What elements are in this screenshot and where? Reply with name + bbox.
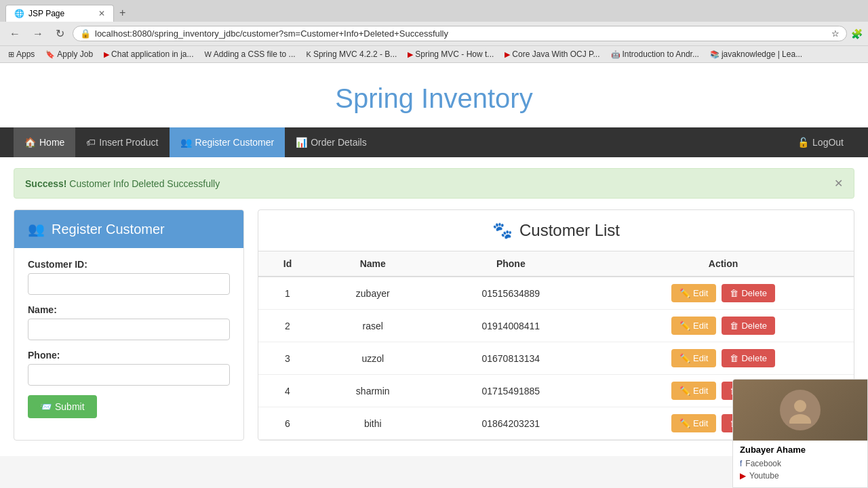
delete-button[interactable]: 🗑 Delete xyxy=(722,349,775,367)
tab-title: JSP Page xyxy=(28,9,64,18)
svg-point-1 xyxy=(789,414,811,424)
bookmark-android[interactable]: 🤖 Introduction to Andr... xyxy=(608,49,702,60)
tab-close-button[interactable]: ✕ xyxy=(98,9,105,18)
back-button[interactable]: ← xyxy=(5,26,24,41)
delete-button[interactable]: 🗑 Delete xyxy=(722,284,775,302)
name-group: Name: xyxy=(28,304,230,340)
apps-icon: ⊞ xyxy=(8,50,14,59)
users-icon: 👥 xyxy=(180,137,192,148)
edit-icon: ✏️ xyxy=(679,321,690,331)
cell-name: rasel xyxy=(317,310,429,342)
send-icon: 📨 xyxy=(40,401,52,412)
bookmark-chat[interactable]: ▶ Chat application in ja... xyxy=(101,49,196,60)
forward-button[interactable]: → xyxy=(28,26,47,41)
cell-id: 4 xyxy=(258,375,317,407)
bookmarks-bar: ⊞ Apps 🔖 Apply Job ▶ Chat application in… xyxy=(0,45,868,62)
nav-home[interactable]: 🏠 Home xyxy=(14,127,75,157)
customer-id-label: Customer ID: xyxy=(28,259,230,270)
phone-input[interactable] xyxy=(28,364,230,386)
lock-icon: 🔒 xyxy=(80,28,91,39)
social-avatar xyxy=(733,380,867,441)
avatar xyxy=(780,390,821,430)
cell-phone: 01914008411 xyxy=(429,310,593,342)
cell-id: 2 xyxy=(258,310,317,342)
edit-button[interactable]: ✏️ Edit xyxy=(671,414,716,432)
col-id: Id xyxy=(258,251,317,277)
nav-logout[interactable]: 🔓 LogOut xyxy=(787,127,854,157)
chart-icon: 📊 xyxy=(296,137,307,148)
cell-id: 1 xyxy=(258,277,317,310)
cell-name: sharmin xyxy=(317,375,429,407)
cell-name: bithi xyxy=(317,407,429,440)
phone-label: Phone: xyxy=(28,350,230,361)
extensions-icon[interactable]: 🧩 xyxy=(851,28,863,39)
trash-icon: 🗑 xyxy=(730,288,738,298)
cell-phone: 01670813134 xyxy=(429,342,593,375)
logout-icon: 🔓 xyxy=(797,137,809,148)
browser-controls: ← → ↻ 🔒 localhost:8080/spring_inventory_… xyxy=(0,22,868,45)
nav-insert-product[interactable]: 🏷 Insert Product xyxy=(75,127,169,157)
cell-id: 6 xyxy=(258,407,317,440)
edit-button[interactable]: ✏️ Edit xyxy=(671,349,716,367)
trash-icon: 🗑 xyxy=(730,353,738,363)
success-alert: Success! Customer Info Deleted Successfu… xyxy=(14,168,854,199)
bookmark-spring-mvc[interactable]: K Spring MVC 4.2.2 - B... xyxy=(304,49,400,60)
cell-phone: 01715491885 xyxy=(429,375,593,407)
bookmark-css[interactable]: W Adding a CSS file to ... xyxy=(201,49,298,60)
alert-close-button[interactable]: ✕ xyxy=(834,177,843,190)
bookmark-spring-mvc2[interactable]: ▶ Spring MVC - How t... xyxy=(405,49,496,60)
tag-icon: 🏷 xyxy=(86,137,96,148)
new-tab-button[interactable]: + xyxy=(114,4,131,22)
table-row: 1 zubayer 01515634889 ✏️ Edit 🗑 Delete xyxy=(258,277,854,310)
bookmark-javaknowledge[interactable]: 📚 javaknowledge | Lea... xyxy=(707,49,805,60)
col-name: Name xyxy=(317,251,429,277)
person-icon xyxy=(787,396,814,424)
site-header: Spring Inventory xyxy=(0,63,868,127)
address-bar: 🔒 localhost:8080/spring_inventory_jdbc/c… xyxy=(73,26,847,41)
edit-button[interactable]: ✏️ Edit xyxy=(671,284,716,302)
browser-chrome: 🌐 JSP Page ✕ + ← → ↻ 🔒 localhost:8080/sp… xyxy=(0,0,868,63)
bookmark-apply-job[interactable]: 🔖 Apply Job xyxy=(43,49,96,60)
table-row: 3 uzzol 01670813134 ✏️ Edit 🗑 Delete xyxy=(258,342,854,375)
cell-phone: 01515634889 xyxy=(429,277,593,310)
bookmark-apps[interactable]: ⊞ Apps xyxy=(5,49,37,60)
name-label: Name: xyxy=(28,304,230,315)
phone-group: Phone: xyxy=(28,350,230,386)
nav-order-details[interactable]: 📊 Order Details xyxy=(285,127,377,157)
paw-icon: 🐾 xyxy=(492,221,513,240)
active-tab[interactable]: 🌐 JSP Page ✕ xyxy=(5,5,114,22)
site-title: Spring Inventory xyxy=(14,83,854,114)
alert-message: Customer Info Deleted Successfully xyxy=(66,178,220,189)
users-icon: 👥 xyxy=(28,221,45,237)
cell-action: ✏️ Edit 🗑 Delete xyxy=(593,310,854,342)
register-panel: 👥 Register Customer Customer ID: Name: P… xyxy=(14,209,244,441)
name-input[interactable] xyxy=(28,319,230,340)
col-phone: Phone xyxy=(429,251,593,277)
star-icon[interactable]: ☆ xyxy=(831,28,840,39)
edit-button[interactable]: ✏️ Edit xyxy=(671,317,716,335)
cell-phone: 01864203231 xyxy=(429,407,593,440)
delete-button[interactable]: 🗑 Delete xyxy=(722,317,775,335)
table-header-row: Id Name Phone Action xyxy=(258,251,854,277)
alert-prefix: Success! xyxy=(25,178,66,189)
edit-icon: ✏️ xyxy=(679,418,690,428)
edit-icon: ✏️ xyxy=(679,386,690,396)
col-action: Action xyxy=(593,251,854,277)
list-header: 🐾 Customer List xyxy=(258,210,854,251)
cell-name: zubayer xyxy=(317,277,429,310)
address-url[interactable]: localhost:8080/spring_inventory_jdbc/cus… xyxy=(95,28,827,39)
alert-text: Success! Customer Info Deleted Successfu… xyxy=(25,178,220,189)
cell-action: ✏️ Edit 🗑 Delete xyxy=(593,342,854,375)
customer-id-input[interactable] xyxy=(28,273,230,295)
customer-id-group: Customer ID: xyxy=(28,259,230,295)
cell-name: uzzol xyxy=(317,342,429,375)
edit-icon: ✏️ xyxy=(679,353,690,363)
refresh-button[interactable]: ↻ xyxy=(52,26,68,41)
submit-button[interactable]: 📨 Submit xyxy=(28,395,97,418)
bookmark-core-java[interactable]: ▶ Core Java With OCJ P... xyxy=(502,49,602,60)
tab-favicon: 🌐 xyxy=(14,9,24,18)
social-widget: Zubayer Ahame f Facebook ▶ Youtube xyxy=(732,379,868,456)
edit-icon: ✏️ xyxy=(679,288,690,298)
edit-button[interactable]: ✏️ Edit xyxy=(671,382,716,400)
nav-register-customer[interactable]: 👥 Register Customer xyxy=(170,127,285,157)
